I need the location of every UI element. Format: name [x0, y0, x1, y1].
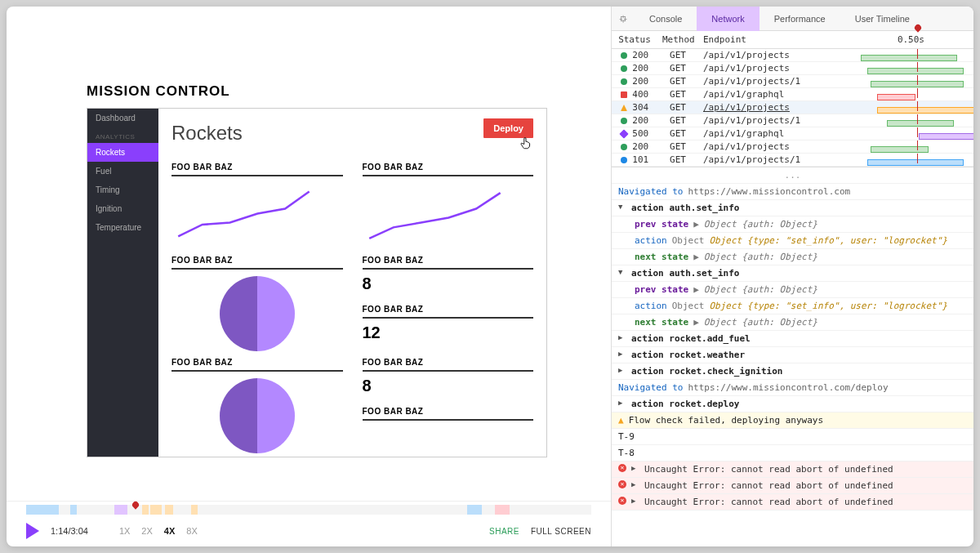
- card-heading: FOO BAR BAZ: [363, 355, 534, 372]
- speed-2x[interactable]: 2X: [141, 526, 152, 536]
- card-heading: FOO BAR BAZ: [363, 252, 534, 270]
- sidebar-heading-analytics: ANALYTICS: [87, 127, 158, 143]
- sidebar-item-temperature[interactable]: Temperature: [87, 218, 158, 237]
- sidebar-item-dashboard[interactable]: Dashboard: [87, 109, 158, 127]
- sidebar-item-rockets[interactable]: Rockets: [87, 143, 158, 162]
- error-icon: ✕: [618, 464, 626, 472]
- line-chart: [172, 176, 316, 250]
- tab-console[interactable]: Console: [635, 7, 697, 31]
- card-heading: FOO BAR BAZ: [363, 159, 534, 176]
- card-heading: FOO BAR BAZ: [172, 355, 343, 372]
- playhead-marker-icon[interactable]: [131, 500, 140, 509]
- console-panel[interactable]: ... Navigated to https://www.missioncont…: [612, 167, 973, 546]
- play-button-icon[interactable]: [26, 523, 39, 539]
- fullscreen-button[interactable]: FULL SCREEN: [531, 527, 591, 536]
- card-heading: FOO BAR BAZ: [172, 159, 343, 176]
- sidebar-item-fuel[interactable]: Fuel: [87, 162, 158, 181]
- tab-network[interactable]: Network: [697, 7, 759, 31]
- expand-arrow-icon[interactable]: ▶: [618, 350, 626, 358]
- network-row[interactable]: 101GET/api/v1/projects/1: [612, 154, 973, 167]
- metric-value: 8: [363, 270, 534, 301]
- tab-performance[interactable]: Performance: [760, 7, 840, 31]
- inspect-icon[interactable]: ⯐: [612, 14, 635, 24]
- pie-chart: [220, 378, 295, 453]
- metric-value: 12: [363, 319, 534, 350]
- error-icon: ✕: [618, 480, 626, 488]
- speed-1x[interactable]: 1X: [119, 526, 130, 536]
- sidebar-item-ignition[interactable]: Ignition: [87, 199, 158, 218]
- network-table[interactable]: 200GET/api/v1/projects 200GET/api/v1/pro…: [612, 49, 973, 167]
- cursor-hand-icon: [519, 135, 533, 151]
- expand-arrow-icon[interactable]: ▶: [618, 333, 626, 341]
- card-heading: FOO BAR BAZ: [363, 301, 534, 319]
- playback-timeline: 1:14/3:04 1X 2X 4X 8X SHARE FULL SCREEN: [7, 501, 611, 546]
- error-icon: ✕: [618, 497, 626, 505]
- app-preview: Dashboard ANALYTICS Rockets Fuel Timing …: [87, 108, 547, 457]
- page-title: Rockets: [172, 118, 533, 159]
- expand-arrow-icon[interactable]: ▶: [618, 366, 626, 374]
- tab-user-timeline[interactable]: User Timeline: [840, 7, 924, 31]
- share-button[interactable]: SHARE: [489, 527, 519, 536]
- warning-icon: ▲: [618, 415, 624, 426]
- expand-arrow-icon[interactable]: ▶: [618, 399, 626, 407]
- timeline-track[interactable]: [26, 505, 591, 515]
- line-chart: [363, 176, 507, 250]
- pie-chart: [220, 276, 295, 351]
- app-sidebar: Dashboard ANALYTICS Rockets Fuel Timing …: [87, 109, 158, 457]
- speed-8x[interactable]: 8X: [186, 526, 197, 536]
- expand-arrow-icon[interactable]: ▼: [618, 268, 626, 276]
- expand-arrow-icon[interactable]: ▼: [618, 203, 626, 211]
- brand-title: MISSION CONTROL: [7, 23, 611, 108]
- console-ellipsis: ...: [612, 167, 973, 184]
- speed-4x[interactable]: 4X: [164, 526, 175, 536]
- playback-time: 1:14/3:04: [51, 526, 88, 536]
- metric-value: 8: [363, 372, 534, 404]
- network-header: Status Method Endpoint 0.50s: [612, 31, 973, 49]
- sidebar-item-timing[interactable]: Timing: [87, 181, 158, 199]
- card-heading: FOO BAR BAZ: [363, 404, 534, 421]
- card-heading: FOO BAR BAZ: [172, 252, 343, 270]
